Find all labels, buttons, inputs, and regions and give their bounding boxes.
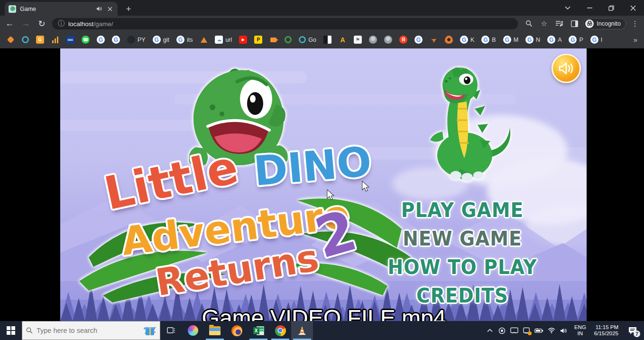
bookmark-google[interactable]: G	[97, 36, 105, 44]
bookmark-admob-icon: G	[36, 36, 44, 44]
window-restore-button[interactable]	[600, 0, 622, 16]
search-icon	[26, 327, 33, 334]
url-path: /game/	[93, 20, 113, 28]
bookmark-kite[interactable]	[7, 36, 15, 44]
tray-tablet-icon[interactable]	[521, 321, 533, 340]
bookmark-google-b[interactable]: GB	[481, 36, 496, 44]
taskbar-app-firefox[interactable]	[226, 321, 248, 340]
bookmark-eye-icon	[445, 36, 453, 44]
new-tab-button[interactable]: +	[122, 3, 135, 15]
video-caption: Game VIDEO FILE.mp4	[202, 305, 446, 321]
tray-cast-icon[interactable]	[508, 321, 521, 340]
bookmark-green-ring-icon	[285, 36, 292, 43]
bookmark-google-i[interactable]: GI	[590, 36, 602, 44]
gift-icon[interactable]	[144, 325, 156, 336]
address-bar[interactable]: ⓘ localhost/game/	[52, 18, 518, 29]
action-center-button[interactable]: 7	[623, 321, 642, 340]
bookmark-analytics[interactable]	[51, 36, 59, 44]
bookmark-globe[interactable]	[369, 36, 377, 44]
forward-icon[interactable]: →	[19, 17, 32, 30]
bookmark-url[interactable]: ☁url	[215, 36, 232, 44]
bookmark-whatsapp-icon: ☎	[82, 36, 90, 44]
bookmark-google-git-label: git	[163, 37, 169, 43]
tray-wifi-icon[interactable]	[545, 321, 558, 340]
taskbar-app-task-view[interactable]	[160, 321, 182, 340]
tray-chevron-up-icon[interactable]	[484, 321, 496, 340]
bookmark-github[interactable]: PY	[127, 36, 146, 44]
bookmark-eye[interactable]	[445, 36, 453, 44]
reload-icon[interactable]: ↻	[35, 17, 48, 30]
site-info-icon[interactable]: ⓘ	[58, 19, 64, 28]
bookmark-godaddy[interactable]	[22, 36, 29, 43]
bookmark-video-camera-icon	[269, 36, 277, 44]
bookmark-globe[interactable]	[384, 36, 392, 44]
taskbar-app-copilot[interactable]	[182, 321, 204, 340]
bookmark-whatsapp[interactable]: ☎	[82, 36, 90, 44]
browser-toolbar: ← → ↻ ⓘ localhost/game/ ☆ Incognito ⋮	[0, 16, 644, 31]
bookmark-yandex[interactable]: Я	[399, 36, 407, 44]
menu-new-game[interactable]: NEW GAME	[403, 227, 522, 250]
taskbar-app-file-explorer[interactable]	[204, 321, 226, 340]
bookmark-mountain[interactable]	[200, 36, 208, 44]
bookmark-google-git[interactable]: Ggit	[153, 36, 169, 44]
back-icon[interactable]: ←	[3, 17, 16, 30]
bookmark-google-p[interactable]: GP	[569, 36, 583, 44]
bookmark-google[interactable]: G	[112, 36, 120, 44]
cursor-icon	[326, 189, 334, 200]
bookmark-ieee[interactable]: IEEE	[66, 36, 74, 44]
bookmark-figure[interactable]: ⚑	[354, 36, 362, 44]
bookmark-google[interactable]: G	[414, 36, 423, 44]
speaker-icon	[558, 61, 574, 76]
taskbar-clock[interactable]: 11:15 PM6/15/2025	[590, 324, 622, 337]
bookmark-video-camera[interactable]	[269, 36, 277, 44]
bookmark-google-its[interactable]: Gits	[176, 36, 193, 44]
menu-credits[interactable]: CREDITS	[416, 284, 508, 307]
incognito-label: Incognito	[597, 20, 621, 27]
bookmark-google-a[interactable]: GA	[547, 36, 561, 44]
tray-volume-icon[interactable]	[558, 321, 570, 340]
window-minimize-button[interactable]	[579, 0, 600, 16]
browser-menu-icon[interactable]: ⋮	[629, 18, 641, 30]
side-panel-icon[interactable]	[568, 18, 580, 30]
bookmark-admob[interactable]: G	[36, 36, 44, 44]
bookmark-google-k[interactable]: GK	[460, 36, 474, 44]
bookmark-godaddy-go[interactable]: Go	[299, 36, 316, 43]
bookmark-gold-a[interactable]: A	[339, 36, 347, 44]
bookmark-star-icon[interactable]: ☆	[538, 18, 550, 30]
bookmarks-overflow-icon[interactable]: »	[634, 36, 637, 44]
bookmark-eagle[interactable]	[323, 36, 331, 44]
menu-how-to-play[interactable]: HOW TO PLAY	[388, 255, 537, 279]
menu-play-game[interactable]: PLAY GAME	[401, 198, 524, 222]
bookmark-p[interactable]: P	[254, 36, 262, 44]
bookmark-google-i-label: I	[601, 37, 602, 43]
tray-battery-icon[interactable]	[533, 321, 545, 340]
search-input[interactable]	[37, 327, 117, 334]
incognito-badge[interactable]: Incognito	[583, 18, 626, 29]
media-controls-icon[interactable]	[553, 18, 565, 30]
bookmark-google-icon: G	[414, 36, 423, 44]
taskbar-app-vlc[interactable]	[291, 321, 313, 340]
tray-record-icon[interactable]	[496, 321, 508, 340]
start-button[interactable]	[0, 321, 22, 340]
language-indicator[interactable]: ENGIN	[571, 324, 589, 337]
bookmark-google-a-label: A	[558, 37, 561, 43]
bookmark-dart[interactable]: ➤	[430, 36, 438, 44]
taskbar-app-excel[interactable]: X	[248, 321, 269, 340]
bookmark-mountain-icon	[200, 36, 208, 44]
bookmark-google-n[interactable]: GN	[525, 36, 540, 44]
bookmark-green-ring[interactable]	[285, 36, 292, 43]
bookmark-kite-icon	[7, 36, 15, 44]
bookmark-google-m[interactable]: GM	[503, 36, 518, 44]
browser-viewport: Little DINO Adventure Returns 2	[0, 48, 644, 321]
tab-audio-icon[interactable]	[95, 5, 102, 13]
bookmark-youtube[interactable]: ▶	[239, 36, 247, 44]
taskbar-app-chrome[interactable]	[269, 321, 291, 340]
game-canvas[interactable]: Little DINO Adventure Returns 2	[60, 48, 587, 321]
tab-search-chevron-icon[interactable]	[557, 0, 579, 16]
search-icon[interactable]	[523, 18, 535, 30]
sound-button[interactable]	[552, 54, 581, 83]
taskbar-search[interactable]	[22, 321, 160, 340]
window-close-button[interactable]	[622, 0, 644, 16]
tab-close-icon[interactable]	[106, 5, 114, 13]
tab-game[interactable]: Game	[5, 2, 118, 16]
